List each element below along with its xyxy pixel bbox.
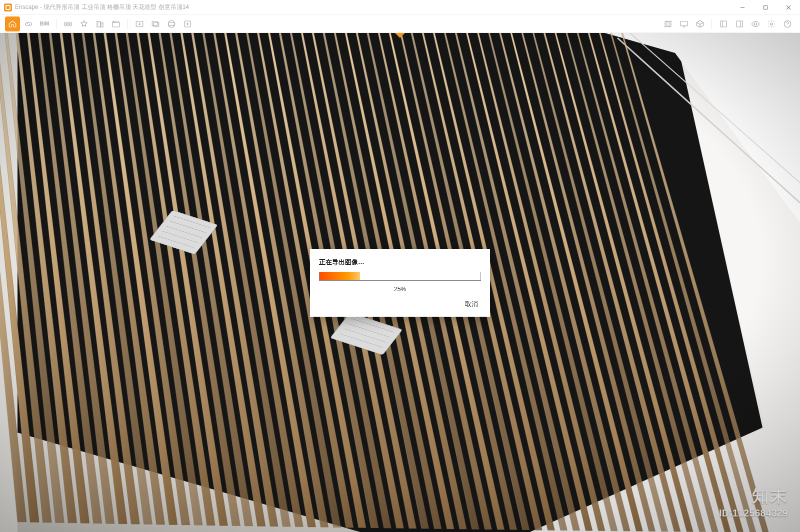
- settings-button[interactable]: [764, 16, 779, 31]
- main-toolbar: BIM: [0, 15, 800, 33]
- video-clapperboard-button[interactable]: [108, 16, 124, 31]
- display-button[interactable]: [676, 16, 692, 31]
- export-screenshot-button[interactable]: [132, 16, 147, 31]
- app-window: Enscape - 现代异形吊顶 工业吊顶 格栅吊顶 天花造型 创意吊顶14 B: [0, 0, 800, 532]
- svg-rect-11: [152, 21, 158, 25]
- title-bar: Enscape - 现代异形吊顶 工业吊顶 格栅吊顶 天花造型 创意吊顶14: [0, 0, 800, 15]
- panel-right-button[interactable]: [732, 16, 747, 31]
- svg-rect-18: [736, 21, 742, 27]
- help-button[interactable]: [780, 16, 795, 31]
- toolbar-separator: [712, 18, 712, 29]
- export-progress-dialog: 正在导出图像… 25% 取消: [310, 249, 490, 317]
- minimize-button[interactable]: [731, 0, 754, 14]
- svg-rect-16: [720, 21, 726, 27]
- window-title: Enscape - 现代异形吊顶 工业吊顶 格栅吊顶 天花造型 创意吊顶14: [15, 3, 189, 11]
- svg-point-13: [168, 22, 175, 25]
- toolbar-separator: [128, 18, 128, 29]
- home-button[interactable]: [5, 16, 20, 31]
- favorite-view-button[interactable]: [76, 16, 92, 31]
- top-caret-icon: [395, 33, 405, 38]
- close-button[interactable]: [777, 0, 800, 14]
- svg-rect-1: [764, 5, 768, 9]
- bim-button[interactable]: BIM: [37, 16, 52, 31]
- render-viewport[interactable]: 正在导出图像… 25% 取消 知末 ID:1125684329: [0, 33, 800, 532]
- dialog-title: 正在导出图像…: [319, 258, 481, 267]
- visibility-button[interactable]: [748, 16, 763, 31]
- svg-rect-15: [680, 21, 688, 25]
- svg-rect-12: [154, 22, 159, 26]
- svg-rect-4: [64, 22, 72, 26]
- cube-view-button[interactable]: [692, 16, 708, 31]
- toolbar-separator: [56, 18, 56, 29]
- window-controls: [731, 0, 800, 14]
- export-exe-button[interactable]: [180, 16, 195, 31]
- sync-link-button[interactable]: [21, 16, 36, 31]
- progress-percent-label: 25%: [319, 286, 481, 293]
- vr-headset-button[interactable]: [60, 16, 76, 31]
- panel-left-button[interactable]: [716, 16, 731, 31]
- svg-rect-9: [112, 22, 120, 27]
- svg-point-6: [68, 23, 70, 24]
- progress-bar-fill: [320, 272, 360, 280]
- building-button[interactable]: [92, 16, 108, 31]
- progress-bar: [319, 272, 481, 281]
- svg-point-5: [66, 23, 68, 24]
- toolbar-left: BIM: [5, 16, 195, 31]
- export-batch-button[interactable]: [148, 16, 163, 31]
- svg-rect-7: [97, 21, 100, 26]
- minimap-button[interactable]: [660, 16, 676, 31]
- svg-point-21: [770, 22, 773, 25]
- svg-point-20: [754, 22, 757, 25]
- enscape-logo-icon: [4, 3, 12, 11]
- maximize-button[interactable]: [754, 0, 777, 14]
- toolbar-right: [660, 16, 795, 31]
- bim-label: BIM: [40, 21, 49, 26]
- cancel-button[interactable]: 取消: [462, 298, 481, 311]
- export-360-button[interactable]: [164, 16, 179, 31]
